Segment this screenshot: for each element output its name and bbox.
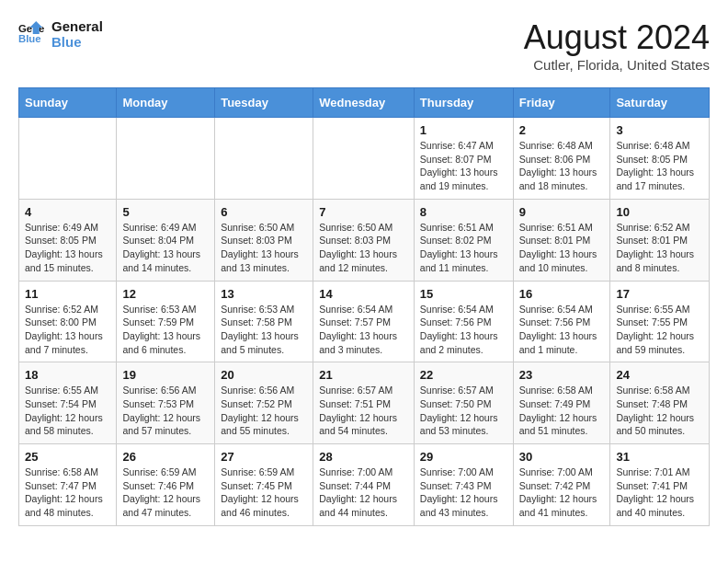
cell-w4-d6: 23Sunrise: 6:58 AMSunset: 7:49 PMDayligh… [513,362,610,444]
cell-w5-d6: 30Sunrise: 7:00 AMSunset: 7:42 PMDayligh… [513,444,610,526]
day-number: 8 [420,205,507,219]
day-number: 1 [420,123,507,137]
cell-w5-d4: 28Sunrise: 7:00 AMSunset: 7:44 PMDayligh… [313,444,415,526]
week-row-1: 1Sunrise: 6:47 AMSunset: 8:07 PMDaylight… [19,118,710,200]
cell-w1-d2 [117,118,215,200]
cell-w3-d1: 11Sunrise: 6:52 AMSunset: 8:00 PMDayligh… [19,281,117,362]
cell-w4-d2: 19Sunrise: 6:56 AMSunset: 7:53 PMDayligh… [117,362,215,444]
calendar-table: Sunday Monday Tuesday Wednesday Thursday… [18,87,710,526]
cell-w1-d6: 2Sunrise: 6:48 AMSunset: 8:06 PMDaylight… [513,118,610,200]
day-info: Sunrise: 6:52 AMSunset: 8:00 PMDaylight:… [25,303,110,357]
day-number: 27 [221,450,307,464]
day-number: 31 [616,450,703,464]
day-number: 5 [122,205,209,219]
day-number: 16 [519,287,605,301]
svg-text:Blue: Blue [18,33,41,44]
day-number: 14 [319,287,408,301]
day-number: 24 [616,368,703,382]
cell-w2-d1: 4Sunrise: 6:49 AMSunset: 8:05 PMDaylight… [19,199,117,281]
cell-w3-d6: 16Sunrise: 6:54 AMSunset: 7:56 PMDayligh… [513,281,610,362]
page-title: August 2024 [524,18,710,57]
cell-w4-d4: 21Sunrise: 6:57 AMSunset: 7:51 PMDayligh… [313,362,415,444]
logo-general: General [51,18,103,34]
day-info: Sunrise: 6:55 AMSunset: 7:54 PMDaylight:… [25,384,110,438]
cell-w4-d3: 20Sunrise: 6:56 AMSunset: 7:52 PMDayligh… [215,362,313,444]
day-info: Sunrise: 7:00 AMSunset: 7:42 PMDaylight:… [519,465,605,520]
header-row: Sunday Monday Tuesday Wednesday Thursday… [19,88,710,118]
day-number: 25 [25,450,110,464]
col-tuesday: Tuesday [215,88,313,118]
day-number: 29 [420,450,507,464]
cell-w5-d3: 27Sunrise: 6:59 AMSunset: 7:45 PMDayligh… [215,444,313,526]
week-row-3: 11Sunrise: 6:52 AMSunset: 8:00 PMDayligh… [19,281,710,362]
cell-w2-d7: 10Sunrise: 6:52 AMSunset: 8:01 PMDayligh… [610,199,710,281]
day-info: Sunrise: 6:58 AMSunset: 7:48 PMDaylight:… [616,384,703,438]
cell-w2-d3: 6Sunrise: 6:50 AMSunset: 8:03 PMDaylight… [215,199,313,281]
cell-w3-d7: 17Sunrise: 6:55 AMSunset: 7:55 PMDayligh… [610,281,710,362]
day-info: Sunrise: 6:53 AMSunset: 7:59 PMDaylight:… [122,303,209,357]
logo-icon: General Blue [18,21,44,47]
cell-w5-d7: 31Sunrise: 7:01 AMSunset: 7:41 PMDayligh… [610,444,710,526]
cell-w5-d5: 29Sunrise: 7:00 AMSunset: 7:43 PMDayligh… [414,444,513,526]
day-number: 23 [519,368,605,382]
day-info: Sunrise: 6:51 AMSunset: 8:01 PMDaylight:… [519,221,605,275]
week-row-4: 18Sunrise: 6:55 AMSunset: 7:54 PMDayligh… [19,362,710,444]
cell-w3-d3: 13Sunrise: 6:53 AMSunset: 7:58 PMDayligh… [215,281,313,362]
cell-w1-d5: 1Sunrise: 6:47 AMSunset: 8:07 PMDaylight… [414,118,513,200]
day-info: Sunrise: 6:54 AMSunset: 7:56 PMDaylight:… [420,303,507,357]
day-info: Sunrise: 6:54 AMSunset: 7:56 PMDaylight:… [519,303,605,357]
cell-w1-d3 [215,118,313,200]
day-number: 28 [319,450,408,464]
day-info: Sunrise: 6:56 AMSunset: 7:53 PMDaylight:… [122,384,209,438]
day-info: Sunrise: 6:59 AMSunset: 7:46 PMDaylight:… [122,465,209,520]
day-number: 20 [221,368,307,382]
day-info: Sunrise: 6:55 AMSunset: 7:55 PMDaylight:… [616,303,703,357]
title-section: August 2024 Cutler, Florida, United Stat… [524,18,710,73]
col-friday: Friday [513,88,610,118]
day-number: 30 [519,450,605,464]
cell-w4-d1: 18Sunrise: 6:55 AMSunset: 7:54 PMDayligh… [19,362,117,444]
cell-w1-d1 [19,118,117,200]
day-info: Sunrise: 6:52 AMSunset: 8:01 PMDaylight:… [616,221,703,275]
day-number: 10 [616,205,703,219]
day-number: 18 [25,368,110,382]
cell-w1-d4 [313,118,415,200]
cell-w2-d5: 8Sunrise: 6:51 AMSunset: 8:02 PMDaylight… [414,199,513,281]
day-info: Sunrise: 7:00 AMSunset: 7:44 PMDaylight:… [319,465,408,520]
day-number: 26 [122,450,209,464]
day-info: Sunrise: 6:50 AMSunset: 8:03 PMDaylight:… [319,221,408,275]
col-thursday: Thursday [414,88,513,118]
day-number: 6 [221,205,307,219]
day-number: 4 [25,205,110,219]
day-info: Sunrise: 6:58 AMSunset: 7:47 PMDaylight:… [25,465,110,520]
day-number: 22 [420,368,507,382]
cell-w3-d5: 15Sunrise: 6:54 AMSunset: 7:56 PMDayligh… [414,281,513,362]
col-sunday: Sunday [19,88,117,118]
day-info: Sunrise: 6:58 AMSunset: 7:49 PMDaylight:… [519,384,605,438]
day-info: Sunrise: 6:47 AMSunset: 8:07 PMDaylight:… [420,139,507,193]
location-subtitle: Cutler, Florida, United States [524,57,710,73]
cell-w5-d1: 25Sunrise: 6:58 AMSunset: 7:47 PMDayligh… [19,444,117,526]
cell-w4-d7: 24Sunrise: 6:58 AMSunset: 7:48 PMDayligh… [610,362,710,444]
day-number: 3 [616,123,703,137]
day-info: Sunrise: 6:48 AMSunset: 8:06 PMDaylight:… [519,139,605,193]
day-info: Sunrise: 6:57 AMSunset: 7:50 PMDaylight:… [420,384,507,438]
day-number: 9 [519,205,605,219]
day-number: 12 [122,287,209,301]
col-wednesday: Wednesday [313,88,415,118]
day-info: Sunrise: 6:49 AMSunset: 8:05 PMDaylight:… [25,221,110,275]
day-info: Sunrise: 6:54 AMSunset: 7:57 PMDaylight:… [319,303,408,357]
cell-w3-d4: 14Sunrise: 6:54 AMSunset: 7:57 PMDayligh… [313,281,415,362]
day-info: Sunrise: 7:01 AMSunset: 7:41 PMDaylight:… [616,465,703,520]
col-saturday: Saturday [610,88,710,118]
day-info: Sunrise: 6:57 AMSunset: 7:51 PMDaylight:… [319,384,408,438]
cell-w3-d2: 12Sunrise: 6:53 AMSunset: 7:59 PMDayligh… [117,281,215,362]
day-info: Sunrise: 6:56 AMSunset: 7:52 PMDaylight:… [221,384,307,438]
week-row-5: 25Sunrise: 6:58 AMSunset: 7:47 PMDayligh… [19,444,710,526]
week-row-2: 4Sunrise: 6:49 AMSunset: 8:05 PMDaylight… [19,199,710,281]
cell-w5-d2: 26Sunrise: 6:59 AMSunset: 7:46 PMDayligh… [117,444,215,526]
day-info: Sunrise: 6:48 AMSunset: 8:05 PMDaylight:… [616,139,703,193]
cell-w1-d7: 3Sunrise: 6:48 AMSunset: 8:05 PMDaylight… [610,118,710,200]
day-number: 13 [221,287,307,301]
day-number: 2 [519,123,605,137]
